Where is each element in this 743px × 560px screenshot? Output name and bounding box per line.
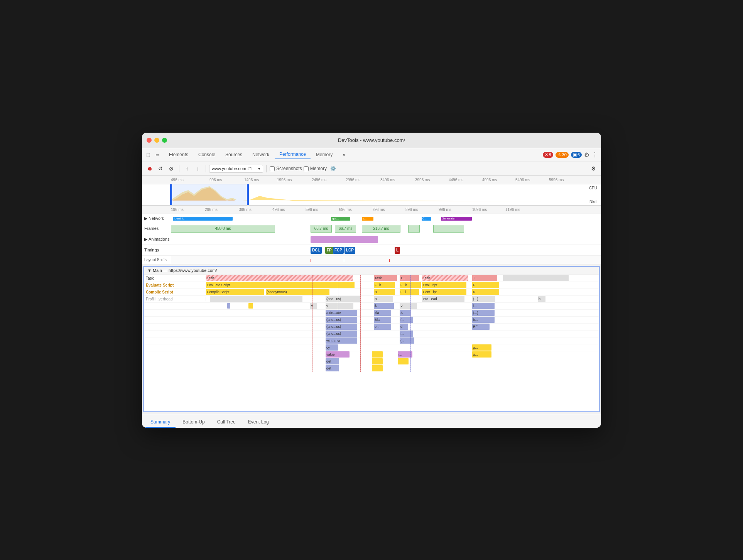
flame-label-profiling: Profili...verhead	[144, 297, 206, 301]
ms-tick-1196: 1196 ms	[505, 207, 520, 212]
tab-performance[interactable]: Performance	[275, 150, 311, 159]
network-expand-icon[interactable]: ▶	[144, 216, 147, 221]
record-button[interactable]: ⏺	[145, 164, 154, 173]
toolbar-separator-1	[179, 165, 179, 172]
flame-row-12: get	[144, 358, 599, 365]
animations-expand-icon[interactable]: ▶	[144, 237, 147, 242]
mark-4-1	[227, 303, 230, 309]
tick-1996: 1996 ms	[277, 178, 292, 182]
ms-tick-696: 696 ms	[339, 207, 352, 212]
url-selector[interactable]: www.youtube.com #1 ▾	[209, 165, 263, 173]
info-badge[interactable]: ▣ 6	[571, 152, 582, 158]
tab-elements[interactable]: Elements	[164, 150, 193, 159]
error-badge[interactable]: ✕ 8	[543, 152, 553, 158]
flame-label-evaluate: Evaluate Script	[144, 283, 206, 287]
close-button[interactable]	[147, 138, 152, 143]
settings-icon[interactable]: ⚙	[584, 151, 589, 159]
capture-settings-icon[interactable]: ⚙️	[328, 164, 338, 173]
flame-content-9: win...mer (...	[206, 337, 599, 344]
tab-memory[interactable]: Memory	[311, 150, 337, 159]
frame-216: 216.7 ms	[362, 225, 400, 233]
net-bar-identifi: identifi...	[173, 217, 233, 221]
tab-summary[interactable]: Summary	[145, 417, 176, 428]
warning-count: 30	[562, 152, 567, 157]
tab-network[interactable]: Network	[248, 150, 274, 159]
timings-content: DCL FP FCP LCP L	[171, 245, 601, 255]
memory-checkbox[interactable]	[304, 166, 309, 171]
tab-call-tree[interactable]: Call Tree	[212, 417, 241, 428]
inspector-icon[interactable]: ⬚	[145, 152, 151, 158]
flame-bar-compile-0: Compile Script	[206, 289, 264, 295]
download-button[interactable]: ↓	[193, 164, 203, 173]
flame-bar-5-0: a.de...ate	[326, 310, 357, 316]
frames-label: Frames	[142, 226, 171, 231]
device-icon[interactable]: ▭	[154, 152, 160, 158]
flame-bar-9-1: (...	[400, 337, 414, 344]
main-header: ▼ Main — https://www.youtube.com/	[144, 267, 599, 275]
flame-content-4: V v $... V i...	[206, 302, 599, 309]
flame-bar-prof-1: (ano...us)	[326, 296, 360, 302]
flame-bar-8-1: f...	[400, 331, 413, 337]
maximize-button[interactable]	[162, 138, 167, 143]
tick-496: 496 ms	[171, 178, 184, 182]
tick-5496: 5496 ms	[515, 178, 530, 182]
flame-row-5: a.de...ate xla S (...)	[144, 310, 599, 317]
warning-icon: ⚠	[557, 152, 561, 157]
frame-450: 450.0 ms	[171, 225, 275, 233]
screenshots-checkbox[interactable]	[270, 166, 275, 171]
clear-button[interactable]: ⊘	[167, 164, 176, 173]
reload-button[interactable]: ↺	[156, 164, 165, 173]
network-label: ▶ Network	[142, 216, 171, 221]
flame-label-task: Task	[144, 276, 206, 280]
toolbar-separator-2	[206, 165, 206, 172]
flame-bar-task-3: Task	[422, 275, 468, 281]
tab-event-log[interactable]: Event Log	[243, 417, 274, 428]
flame-bar-prof-5: b	[538, 296, 545, 302]
tick-3996: 3996 ms	[415, 178, 430, 182]
flame-bar-12-1	[372, 358, 383, 364]
minimize-button[interactable]	[154, 138, 159, 143]
flame-bar-7-2: d	[400, 324, 408, 330]
ms-tick-396: 396 ms	[239, 207, 252, 212]
more-icon[interactable]: ⋮	[592, 151, 598, 159]
upload-button[interactable]: ↑	[182, 164, 192, 173]
flame-bar-4-0: V	[310, 303, 317, 309]
ls-mark-3	[389, 259, 390, 262]
screenshots-label: Screenshots	[276, 166, 302, 171]
flame-bar-5-2: S	[400, 310, 410, 316]
frames-content: 450.0 ms 66.7 ms 66.7 ms 216.7 ms	[171, 223, 601, 234]
tab-bar-icons: ⬚ ▭	[145, 152, 160, 158]
flame-content-5: a.de...ate xla S (...)	[206, 309, 599, 316]
flame-bar-prof-4: (...)	[472, 296, 495, 302]
tab-more[interactable]: »	[338, 150, 350, 159]
flame-bar-4-4: i...	[472, 303, 495, 309]
network-content: identifi... gui... v... C... Generate!	[171, 214, 601, 223]
layout-shifts-row: Layout Shifts	[142, 256, 601, 264]
flame-row-evaluate: Evaluate Script Evaluate Script F...k F.…	[144, 282, 599, 289]
layout-shifts-content	[171, 256, 601, 264]
tab-bottom-up[interactable]: Bottom-Up	[177, 417, 210, 428]
flame-bar-prof-0	[210, 296, 302, 302]
ms-tick-1096: 1096 ms	[472, 207, 487, 212]
flame-row-6: (ano...us) Bla f... b...	[144, 317, 599, 324]
main-header-text: ▼ Main — https://www.youtube.com/	[147, 268, 217, 273]
timings-row: Timings DCL FP FCP LCP L	[142, 245, 601, 256]
warning-badge[interactable]: ⚠ 30	[556, 152, 569, 158]
ms-tick-896: 896 ms	[405, 207, 418, 212]
devtools-window: DevTools - www.youtube.com/ ⬚ ▭ Elements…	[142, 133, 601, 428]
tab-console[interactable]: Console	[194, 150, 220, 159]
flame-bar-prof-2: R...	[374, 296, 393, 302]
timeline-ms-ruler: 196 ms 296 ms 396 ms 496 ms 596 ms 696 m…	[142, 206, 601, 214]
tab-sources[interactable]: Sources	[221, 150, 247, 159]
badge-lcp: LCP	[344, 247, 355, 254]
flame-bar-eval-3: Eval...ript	[422, 282, 466, 288]
flame-row-11: value i... g...	[144, 351, 599, 358]
toolbar: ⏺ ↺ ⊘ ↑ ↓ www.youtube.com #1 ▾ Screensho…	[142, 162, 601, 176]
toolbar-right-settings-icon[interactable]: ⚙	[589, 164, 598, 173]
ms-tick-796: 796 ms	[372, 207, 385, 212]
flame-bar-7-1: e...	[374, 324, 391, 330]
flame-content-7: (ano...us) e... d RF	[206, 323, 599, 330]
screenshots-checkbox-group: Screenshots	[270, 166, 302, 171]
flame-bar-compile-5: R...	[472, 289, 499, 295]
flame-content-11: value i... g...	[206, 351, 599, 358]
